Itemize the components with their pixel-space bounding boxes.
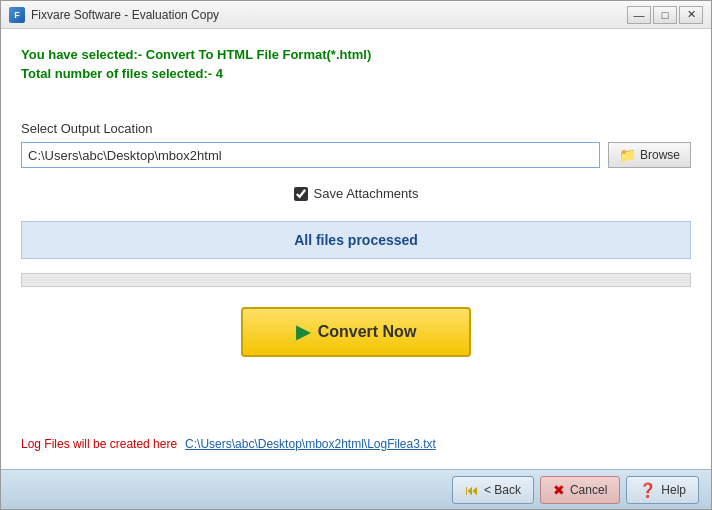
convert-now-button[interactable]: ▶ Convert Now	[241, 307, 471, 357]
help-label: Help	[661, 483, 686, 497]
main-content: You have selected:- Convert To HTML File…	[1, 29, 711, 469]
progress-bar	[21, 273, 691, 287]
app-icon: F	[9, 7, 25, 23]
window-controls: — □ ✕	[627, 6, 703, 24]
output-label: Select Output Location	[21, 121, 691, 136]
convert-icon: ▶	[296, 321, 310, 343]
cancel-button[interactable]: ✖ Cancel	[540, 476, 620, 504]
selected-format-info: You have selected:- Convert To HTML File…	[21, 47, 691, 62]
browse-label: Browse	[640, 148, 680, 162]
main-window: F Fixvare Software - Evaluation Copy — □…	[0, 0, 712, 510]
help-icon: ❓	[639, 482, 656, 498]
save-attachments-label: Save Attachments	[314, 186, 419, 201]
bottom-bar: ⏮ < Back ✖ Cancel ❓ Help	[1, 469, 711, 509]
convert-section: ▶ Convert Now	[21, 307, 691, 357]
file-count-info: Total number of files selected:- 4	[21, 66, 691, 81]
minimize-button[interactable]: —	[627, 6, 651, 24]
close-button[interactable]: ✕	[679, 6, 703, 24]
convert-label: Convert Now	[318, 323, 417, 341]
cancel-label: Cancel	[570, 483, 607, 497]
log-section: Log Files will be created here C:\Users\…	[21, 427, 691, 451]
help-button[interactable]: ❓ Help	[626, 476, 699, 504]
back-label: < Back	[484, 483, 521, 497]
attachments-row: Save Attachments	[21, 186, 691, 201]
save-attachments-checkbox[interactable]	[294, 187, 308, 201]
maximize-button[interactable]: □	[653, 6, 677, 24]
status-text: All files processed	[294, 232, 418, 248]
info-section: You have selected:- Convert To HTML File…	[21, 47, 691, 81]
back-button[interactable]: ⏮ < Back	[452, 476, 534, 504]
log-label: Log Files will be created here	[21, 437, 177, 451]
title-bar-left: F Fixvare Software - Evaluation Copy	[9, 7, 219, 23]
title-bar: F Fixvare Software - Evaluation Copy — □…	[1, 1, 711, 29]
browse-button[interactable]: 📁 Browse	[608, 142, 691, 168]
window-title: Fixvare Software - Evaluation Copy	[31, 8, 219, 22]
cancel-icon: ✖	[553, 482, 565, 498]
status-bar: All files processed	[21, 221, 691, 259]
log-link[interactable]: C:\Users\abc\Desktop\mbox2html\LogFilea3…	[185, 437, 436, 451]
browse-icon: 📁	[619, 147, 636, 163]
output-section: Select Output Location 📁 Browse	[21, 121, 691, 168]
output-row: 📁 Browse	[21, 142, 691, 168]
back-icon: ⏮	[465, 482, 479, 498]
output-path-input[interactable]	[21, 142, 600, 168]
